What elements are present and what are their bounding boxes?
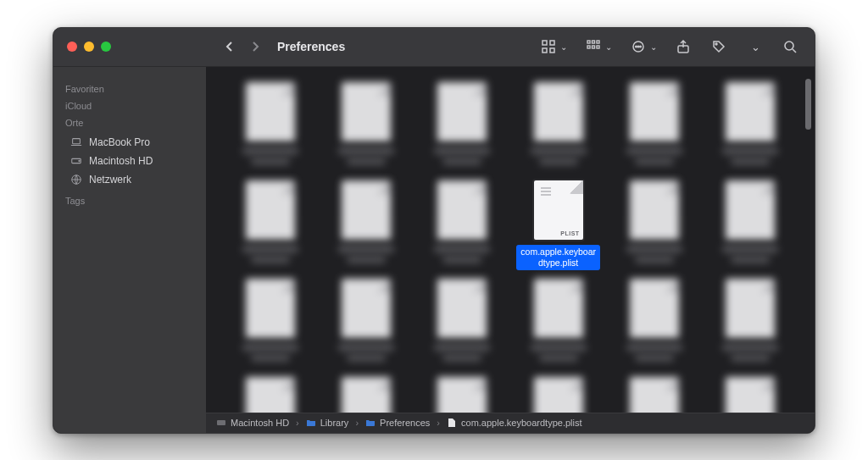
svg-rect-17 [73, 138, 81, 143]
file-item[interactable] [612, 377, 696, 413]
chevron-right-icon: › [296, 418, 299, 428]
actions-button[interactable] [629, 37, 648, 56]
file-item-selected[interactable]: PLIST com.apple.keyboardtype.plist [516, 180, 600, 274]
file-item[interactable] [420, 180, 504, 274]
file-item[interactable] [228, 377, 312, 413]
more-button[interactable]: ⌄ [745, 37, 764, 56]
tags-button[interactable] [709, 37, 728, 56]
svg-rect-8 [593, 46, 595, 48]
chevron-right-icon: › [355, 418, 359, 428]
disk-icon [70, 155, 82, 167]
file-icon: PLIST [534, 180, 583, 240]
svg-rect-0 [542, 41, 547, 45]
sidebar-item-network[interactable]: Netzwerk [65, 170, 198, 189]
file-item[interactable] [324, 180, 408, 274]
path-label: Preferences [380, 418, 430, 428]
svg-rect-9 [597, 46, 599, 48]
path-item-preferences[interactable]: Preferences [365, 418, 430, 428]
file-item[interactable] [709, 377, 793, 413]
globe-icon [70, 174, 82, 186]
svg-rect-2 [542, 48, 547, 53]
zoom-window-button[interactable] [101, 42, 111, 52]
svg-rect-21 [217, 420, 225, 425]
file-item[interactable] [420, 279, 504, 372]
file-grid[interactable]: PLIST com.apple.keyboardtype.plist [206, 67, 815, 413]
back-button[interactable] [223, 40, 236, 53]
forward-button[interactable] [248, 40, 262, 53]
nav-arrows [206, 40, 262, 53]
disk-icon [216, 418, 226, 428]
window-title: Preferences [262, 40, 345, 53]
chevron-down-icon: ⌄ [650, 42, 657, 52]
file-icon [447, 418, 457, 428]
file-item[interactable] [324, 279, 408, 372]
file-badge: PLIST [560, 230, 579, 236]
path-label: Library [320, 418, 349, 428]
sidebar-header-tags: Tags [65, 196, 206, 206]
file-item[interactable] [420, 377, 504, 413]
path-item-library[interactable]: Library [306, 418, 349, 428]
file-item[interactable] [709, 82, 793, 175]
toolbar: ⌄ ⌄ [539, 37, 815, 56]
path-bar: Macintosh HD › Library › Prefe [206, 413, 815, 433]
path-item-file[interactable]: com.apple.keyboardtype.plist [447, 418, 581, 428]
svg-point-12 [637, 46, 639, 47]
file-item[interactable] [709, 279, 793, 372]
file-item[interactable] [612, 82, 696, 175]
file-item[interactable] [324, 82, 408, 175]
sidebar-item-label: MacBook Pro [89, 136, 150, 148]
group-by-button[interactable] [584, 37, 603, 56]
icon-view-button[interactable] [539, 37, 558, 56]
file-item[interactable] [516, 82, 600, 175]
svg-point-19 [79, 160, 80, 161]
file-item[interactable] [228, 82, 312, 175]
file-item[interactable] [228, 180, 312, 274]
path-label: com.apple.keyboardtype.plist [461, 418, 581, 428]
share-button[interactable] [674, 37, 693, 56]
close-window-button[interactable] [67, 42, 77, 52]
file-item[interactable] [324, 377, 408, 413]
sidebar-item-macbook[interactable]: MacBook Pro [65, 133, 198, 152]
folder-icon [306, 418, 316, 428]
file-item[interactable] [516, 279, 600, 372]
file-name-label: com.apple.keyboardtype.plist [516, 245, 600, 270]
file-item[interactable] [420, 82, 504, 175]
chevron-right-icon: › [437, 418, 440, 428]
sidebar-header-locations: Orte [65, 118, 206, 128]
path-item-disk[interactable]: Macintosh HD [216, 418, 289, 428]
svg-point-15 [715, 43, 717, 45]
svg-rect-5 [593, 41, 595, 43]
folder-icon [365, 418, 376, 428]
sidebar-header-icloud: iCloud [65, 101, 206, 111]
path-label: Macintosh HD [231, 418, 289, 428]
vertical-scrollbar[interactable] [804, 75, 812, 389]
scrollbar-thumb[interactable] [805, 79, 811, 130]
svg-rect-6 [597, 41, 599, 43]
sidebar: Favoriten iCloud Orte MacBook Pro Macint… [53, 67, 206, 433]
svg-rect-3 [550, 48, 554, 53]
svg-point-16 [785, 42, 793, 50]
finder-window: Preferences ⌄ [53, 27, 815, 434]
sidebar-header-favorites: Favoriten [65, 84, 206, 94]
content-area: PLIST com.apple.keyboardtype.plist [206, 67, 815, 433]
svg-rect-7 [587, 46, 590, 48]
svg-point-11 [636, 46, 637, 47]
titlebar: Preferences ⌄ [53, 28, 815, 67]
file-item[interactable] [228, 279, 312, 372]
sidebar-item-label: Macintosh HD [89, 155, 153, 167]
svg-rect-1 [550, 41, 554, 45]
svg-point-13 [640, 46, 642, 47]
chevron-down-icon: ⌄ [560, 42, 567, 52]
minimize-window-button[interactable] [84, 42, 94, 52]
file-item[interactable] [612, 279, 696, 372]
file-item[interactable] [516, 377, 600, 413]
chevron-down-icon: ⌄ [605, 42, 612, 52]
sidebar-item-disk[interactable]: Macintosh HD [65, 152, 198, 170]
sidebar-item-label: Netzwerk [89, 174, 131, 186]
file-item[interactable] [612, 180, 696, 274]
laptop-icon [70, 136, 82, 148]
window-controls [53, 42, 206, 52]
svg-rect-4 [587, 41, 590, 43]
file-item[interactable] [709, 180, 793, 274]
search-button[interactable] [781, 37, 799, 56]
